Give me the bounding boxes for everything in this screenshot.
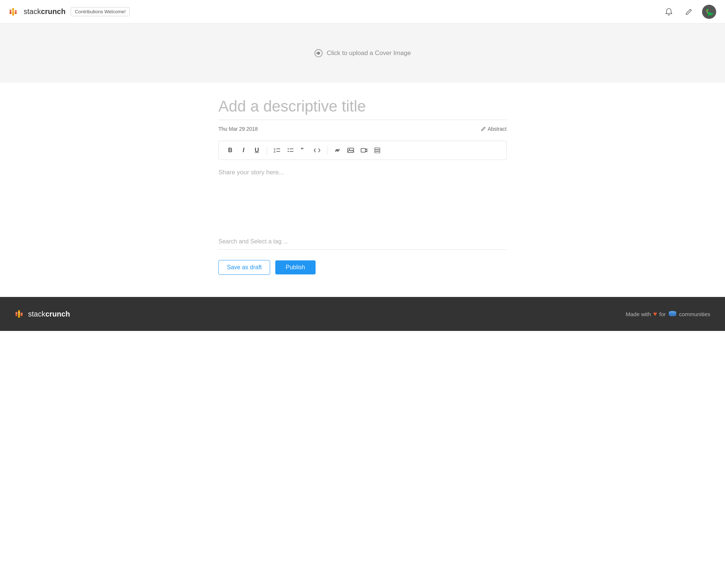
- svg-text:1.: 1.: [274, 148, 276, 150]
- svg-point-11: [316, 53, 317, 54]
- footer-logo-suffix: crunch: [45, 310, 70, 318]
- for-label: for: [659, 311, 666, 317]
- underline-label: U: [255, 147, 259, 154]
- contributions-badge: Contributions Welcome!: [71, 7, 130, 16]
- ordered-list-icon: 1. 2.: [274, 147, 280, 154]
- video-button[interactable]: [358, 144, 370, 157]
- tag-input-wrapper: [218, 234, 507, 250]
- svg-point-17: [288, 151, 289, 152]
- svg-text:": ": [301, 147, 304, 153]
- abstract-link[interactable]: Abstract: [481, 126, 507, 132]
- blockquote-button[interactable]: ": [297, 144, 310, 157]
- blockquote-icon: ": [300, 147, 307, 154]
- svg-rect-25: [375, 150, 380, 151]
- edit-button[interactable]: [682, 5, 695, 18]
- header-right: 🦕: [662, 5, 716, 19]
- logo-icon: [9, 7, 19, 17]
- footer-logo-icon: [15, 309, 25, 319]
- svg-rect-23: [361, 148, 365, 152]
- bell-icon: [665, 8, 673, 16]
- code-button[interactable]: [311, 144, 323, 157]
- bold-label: B: [228, 147, 232, 154]
- database-icon: [668, 311, 677, 317]
- editor-toolbar: B I U 1. 2.: [218, 141, 507, 160]
- svg-rect-24: [375, 148, 380, 149]
- abstract-pencil-icon: [481, 126, 486, 131]
- notifications-button[interactable]: [662, 5, 675, 18]
- image-button[interactable]: [344, 144, 357, 157]
- publish-button[interactable]: Publish: [275, 260, 315, 274]
- logo-prefix: stack: [24, 7, 41, 16]
- svg-rect-0: [10, 10, 11, 14]
- avatar[interactable]: 🦕: [702, 5, 716, 19]
- unordered-list-icon: [287, 147, 294, 154]
- pencil-icon: [685, 8, 692, 16]
- tag-input[interactable]: [218, 234, 507, 249]
- cover-upload-area[interactable]: Click to upload a Cover Image: [0, 24, 725, 83]
- footer-logo-prefix: stack: [28, 310, 45, 318]
- toolbar-divider-1: [267, 146, 267, 155]
- logo-svg: [9, 7, 19, 17]
- heart-icon: ♥: [653, 310, 657, 318]
- meta-row: Thu Mar 29 2018 Abstract: [218, 126, 507, 132]
- save-draft-button[interactable]: Save as draft: [218, 260, 270, 275]
- cover-upload-label: Click to upload a Cover Image: [314, 49, 411, 58]
- ordered-list-button[interactable]: 1. 2.: [271, 144, 283, 157]
- logo-suffix: crunch: [41, 7, 66, 16]
- header: stackcrunch Contributions Welcome! 🦕: [0, 0, 725, 24]
- abstract-label: Abstract: [488, 126, 507, 132]
- header-left: stackcrunch Contributions Welcome!: [9, 7, 130, 17]
- logo[interactable]: stackcrunch: [9, 7, 65, 17]
- underline-button[interactable]: U: [251, 144, 263, 157]
- svg-text:2.: 2.: [274, 150, 276, 153]
- main-content: Thu Mar 29 2018 Abstract B I U 1. 2.: [218, 83, 507, 297]
- footer-logo-text: stackcrunch: [28, 310, 70, 318]
- svg-rect-27: [16, 312, 17, 316]
- avatar-image: 🦕: [702, 5, 716, 19]
- editor-content[interactable]: Share your story here...: [218, 160, 507, 234]
- cover-label-text: Click to upload a Cover Image: [327, 49, 411, 57]
- footer: stackcrunch Made with ♥ for communities: [0, 297, 725, 331]
- link-icon: [334, 147, 341, 154]
- footer-logo: stackcrunch: [15, 309, 70, 319]
- made-with-label: Made with: [626, 311, 651, 317]
- content-placeholder: Share your story here...: [218, 169, 284, 176]
- svg-point-36: [669, 314, 676, 316]
- action-buttons: Save as draft Publish: [218, 260, 507, 275]
- svg-rect-26: [375, 151, 380, 153]
- stack-button[interactable]: [371, 144, 384, 157]
- svg-rect-2: [15, 10, 17, 14]
- communities-label: communities: [679, 311, 710, 317]
- unordered-list-button[interactable]: [284, 144, 297, 157]
- upload-icon: [314, 49, 323, 58]
- stack-icon: [374, 147, 381, 154]
- svg-text:🦕: 🦕: [706, 8, 714, 16]
- footer-tagline: Made with ♥ for communities: [626, 310, 710, 318]
- bold-button[interactable]: B: [224, 144, 236, 157]
- video-icon: [361, 147, 367, 154]
- italic-button[interactable]: I: [237, 144, 250, 157]
- code-icon: [314, 147, 320, 154]
- date-text: Thu Mar 29 2018: [218, 126, 258, 132]
- toolbar-divider-2: [327, 146, 327, 155]
- link-button[interactable]: [331, 144, 344, 157]
- italic-label: I: [243, 147, 244, 154]
- logo-text: stackcrunch: [24, 7, 65, 16]
- svg-point-10: [317, 52, 320, 55]
- title-input[interactable]: [218, 98, 507, 120]
- svg-point-16: [288, 148, 289, 150]
- svg-rect-29: [21, 312, 23, 316]
- image-icon: [347, 147, 354, 154]
- db-svg: [668, 311, 677, 317]
